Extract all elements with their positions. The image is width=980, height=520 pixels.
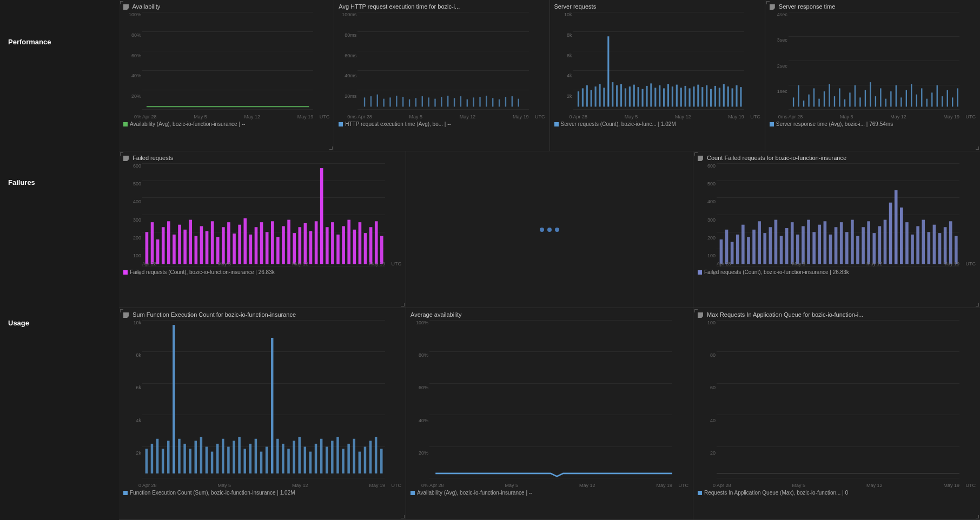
svg-rect-101 xyxy=(145,232,149,264)
failed-requests-legend: Failed requests (Count), bozic-io-functi… xyxy=(130,269,275,275)
svg-rect-160 xyxy=(796,235,799,264)
svg-rect-153 xyxy=(758,221,761,264)
svg-rect-35 xyxy=(612,82,613,106)
svg-rect-176 xyxy=(884,220,887,264)
charts-area: Availability 100% 80% 60% 40% 20% 0% xyxy=(119,0,980,520)
svg-rect-233 xyxy=(375,437,377,474)
svg-rect-56 xyxy=(701,87,703,106)
svg-rect-108 xyxy=(183,230,187,264)
svg-rect-115 xyxy=(222,227,225,264)
svg-rect-5 xyxy=(390,97,391,106)
svg-rect-95 xyxy=(936,85,937,107)
svg-rect-32 xyxy=(599,84,600,106)
svg-rect-69 xyxy=(803,101,804,106)
avg-availability-title: Average availability xyxy=(410,311,688,318)
svg-rect-83 xyxy=(875,96,876,106)
svg-rect-178 xyxy=(895,190,898,264)
svg-rect-10 xyxy=(422,96,423,106)
svg-rect-78 xyxy=(849,92,850,106)
svg-rect-7 xyxy=(402,97,403,106)
svg-rect-129 xyxy=(298,227,301,264)
svg-rect-180 xyxy=(905,222,909,264)
svg-rect-177 xyxy=(889,203,892,264)
svg-rect-221 xyxy=(309,452,312,474)
svg-rect-8 xyxy=(409,99,410,107)
svg-rect-39 xyxy=(628,86,630,106)
svg-rect-120 xyxy=(249,235,253,264)
svg-rect-87 xyxy=(895,85,896,107)
svg-rect-20 xyxy=(486,96,487,106)
svg-rect-226 xyxy=(336,437,339,474)
svg-rect-90 xyxy=(911,84,912,107)
dashboard: Performance Failures Usage Availability … xyxy=(0,0,980,520)
svg-rect-150 xyxy=(741,225,745,264)
svg-rect-173 xyxy=(867,221,870,264)
svg-rect-202 xyxy=(206,446,208,473)
svg-rect-28 xyxy=(581,88,583,106)
svg-rect-17 xyxy=(467,99,468,107)
svg-rect-48 xyxy=(667,84,668,106)
svg-rect-80 xyxy=(859,97,860,106)
svg-rect-137 xyxy=(342,226,345,264)
svg-rect-171 xyxy=(856,236,859,264)
svg-rect-232 xyxy=(369,441,372,474)
svg-rect-16 xyxy=(460,96,461,106)
svg-rect-122 xyxy=(260,222,263,264)
svg-rect-113 xyxy=(211,221,214,264)
svg-rect-206 xyxy=(227,446,229,473)
svg-rect-98 xyxy=(952,97,953,106)
svg-rect-79 xyxy=(855,85,856,107)
svg-rect-145 xyxy=(123,270,128,275)
svg-rect-61 xyxy=(723,84,724,106)
svg-rect-44 xyxy=(650,83,652,106)
svg-rect-72 xyxy=(818,99,819,107)
svg-rect-191 xyxy=(145,449,148,474)
svg-rect-57 xyxy=(706,85,707,107)
function-exec-title: Sum Function Execution Count for bozic-i… xyxy=(123,311,401,318)
svg-rect-209 xyxy=(243,449,246,474)
svg-rect-29 xyxy=(586,85,587,107)
svg-rect-104 xyxy=(162,227,165,264)
svg-rect-31 xyxy=(594,86,596,106)
server-requests-area: 10k 8k 6k 4k 2k 0 xyxy=(554,12,760,129)
svg-rect-155 xyxy=(769,227,772,264)
svg-rect-138 xyxy=(347,220,350,264)
svg-rect-15 xyxy=(454,98,455,107)
loading-panel xyxy=(406,151,693,308)
svg-rect-135 xyxy=(331,222,334,264)
svg-rect-166 xyxy=(829,235,832,264)
svg-rect-45 xyxy=(654,88,656,106)
svg-rect-58 xyxy=(710,89,712,107)
svg-rect-97 xyxy=(946,90,948,107)
svg-rect-174 xyxy=(872,233,876,264)
svg-rect-6 xyxy=(396,96,397,106)
svg-rect-198 xyxy=(183,444,186,474)
svg-rect-55 xyxy=(697,85,699,107)
svg-rect-46 xyxy=(659,85,660,107)
svg-rect-96 xyxy=(942,96,943,106)
svg-rect-203 xyxy=(211,452,213,474)
section-labels: Performance Failures Usage xyxy=(0,0,119,520)
svg-rect-197 xyxy=(178,439,180,474)
svg-rect-172 xyxy=(862,227,865,264)
svg-rect-215 xyxy=(276,439,279,474)
svg-rect-13 xyxy=(441,97,442,106)
svg-rect-211 xyxy=(255,439,257,474)
svg-rect-159 xyxy=(791,222,794,264)
count-failed-area: 600 500 400 300 200 100 0 xyxy=(698,163,976,286)
svg-rect-102 xyxy=(151,222,154,264)
svg-rect-161 xyxy=(802,226,805,264)
svg-rect-18 xyxy=(473,97,474,106)
svg-rect-3 xyxy=(377,95,378,107)
svg-rect-182 xyxy=(916,226,919,264)
svg-rect-36 xyxy=(616,85,618,107)
availability-legend: Availability (Avg), bozic-io-function-in… xyxy=(130,121,245,127)
svg-rect-94 xyxy=(931,92,932,106)
svg-rect-179 xyxy=(900,208,903,264)
svg-rect-216 xyxy=(282,444,284,474)
svg-rect-0 xyxy=(123,122,128,126)
svg-rect-92 xyxy=(921,89,922,107)
svg-rect-186 xyxy=(938,233,942,264)
svg-rect-88 xyxy=(900,97,902,106)
svg-rect-38 xyxy=(624,88,626,106)
